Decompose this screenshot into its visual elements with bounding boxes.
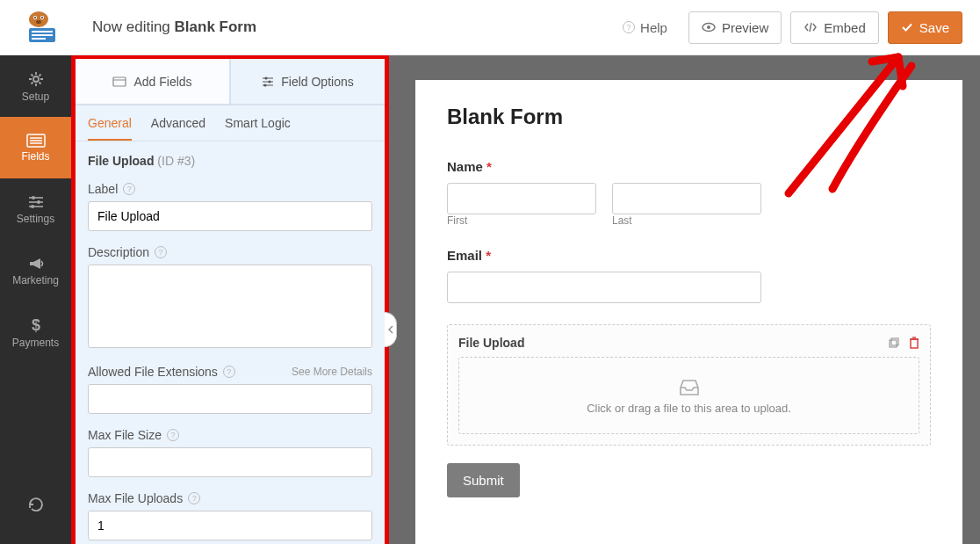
last-sublabel: Last — [612, 214, 761, 227]
extensions-input[interactable] — [88, 384, 372, 414]
preview-card: Blank Form Name * First Last Email * — [415, 80, 962, 544]
delete-icon[interactable] — [909, 337, 919, 349]
tab-label: Add Fields — [133, 75, 191, 89]
sliders-small-icon — [262, 76, 274, 88]
help-tooltip-icon[interactable]: ? — [155, 246, 167, 258]
nav-label: Settings — [17, 213, 54, 225]
tab-label: Field Options — [281, 75, 353, 89]
svg-point-27 — [265, 76, 268, 79]
nav-history[interactable] — [0, 474, 71, 535]
nav-marketing[interactable]: Marketing — [0, 240, 71, 301]
subtab-general[interactable]: General — [88, 116, 132, 141]
file-upload-field[interactable]: File Upload Click or drag a file to this… — [447, 324, 931, 446]
svg-point-11 — [707, 25, 710, 29]
nav-label: Payments — [12, 337, 59, 349]
preview-area: Blank Form Name * First Last Email * — [389, 55, 980, 544]
svg-point-4 — [41, 17, 43, 18]
max-uploads-label: Max File Uploads ? — [88, 491, 372, 505]
code-icon — [803, 21, 818, 33]
card-icon — [112, 76, 126, 87]
help-tooltip-icon[interactable]: ? — [188, 492, 200, 504]
email-field: Email * — [447, 248, 931, 303]
label-input[interactable] — [88, 201, 372, 231]
svg-rect-9 — [32, 38, 46, 40]
preview-label: Preview — [722, 20, 768, 35]
svg-rect-33 — [891, 338, 898, 345]
upload-dropzone[interactable]: Click or drag a file to this area to upl… — [458, 357, 919, 434]
svg-text:$: $ — [31, 316, 40, 334]
preview-button[interactable]: Preview — [688, 11, 782, 44]
help-label: Help — [640, 20, 667, 35]
options-panel: Add Fields Field Options General Advance… — [71, 55, 389, 544]
svg-point-18 — [32, 196, 35, 199]
description-input[interactable] — [88, 265, 372, 348]
extensions-label: Allowed File Extensions ? See More Detai… — [88, 365, 372, 379]
editing-title: Now editing Blank Form — [92, 18, 256, 36]
svg-point-29 — [269, 80, 271, 83]
last-name-input[interactable] — [612, 183, 761, 214]
svg-point-3 — [34, 17, 36, 18]
see-more-link[interactable]: See More Details — [292, 366, 372, 378]
max-size-input[interactable] — [88, 447, 372, 477]
top-actions: ? Help Preview Embed Save — [610, 11, 962, 44]
required-mark: * — [486, 159, 492, 174]
tab-add-fields[interactable]: Add Fields — [76, 59, 230, 105]
max-uploads-input[interactable] — [88, 511, 372, 540]
svg-rect-24 — [113, 77, 126, 86]
description-label: Description ? — [88, 245, 372, 259]
required-mark: * — [486, 248, 491, 263]
sidebar-nav: Setup Fields Settings Marketing $ Paymen… — [0, 55, 71, 544]
svg-point-22 — [31, 205, 34, 208]
nav-payments[interactable]: $ Payments — [0, 301, 71, 363]
email-label: Email * — [447, 248, 931, 263]
drop-text: Click or drag a file to this area to upl… — [587, 402, 791, 415]
panel-tabs: Add Fields Field Options — [76, 59, 385, 105]
help-tooltip-icon[interactable]: ? — [123, 183, 135, 195]
svg-rect-7 — [32, 31, 53, 33]
file-upload-label: File Upload — [458, 336, 524, 350]
list-icon — [26, 134, 46, 148]
bullhorn-icon — [27, 256, 45, 272]
subtab-smart-logic[interactable]: Smart Logic — [225, 116, 291, 141]
help-circle-icon: ? — [623, 21, 635, 33]
first-name-input[interactable] — [447, 183, 596, 214]
embed-label: Embed — [824, 20, 866, 35]
chevron-left-icon — [388, 325, 393, 334]
field-type: File Upload — [88, 154, 154, 168]
subtab-advanced[interactable]: Advanced — [151, 116, 205, 141]
svg-rect-34 — [911, 339, 918, 348]
inbox-icon — [678, 377, 701, 396]
save-label: Save — [919, 20, 949, 35]
submit-button[interactable]: Submit — [447, 463, 520, 497]
help-link[interactable]: ? Help — [610, 20, 680, 35]
nav-settings[interactable]: Settings — [0, 178, 71, 240]
check-icon — [901, 22, 913, 33]
dollar-icon: $ — [30, 316, 42, 334]
embed-button[interactable]: Embed — [790, 11, 879, 44]
label-label: Label ? — [88, 182, 372, 196]
subtabs: General Advanced Smart Logic — [76, 105, 385, 141]
nav-label: Setup — [22, 91, 49, 103]
help-tooltip-icon[interactable]: ? — [223, 366, 235, 378]
email-input[interactable] — [447, 272, 761, 303]
top-bar: Now editing Blank Form ? Help Preview Em… — [0, 0, 980, 55]
name-field: Name * First Last — [447, 159, 931, 227]
nav-label: Fields — [21, 150, 49, 163]
editing-prefix: Now editing — [92, 18, 175, 35]
field-id: (ID #3) — [157, 154, 195, 168]
preview-form-title: Blank Form — [447, 105, 931, 129]
nav-setup[interactable]: Setup — [0, 55, 71, 117]
options-content: File Upload (ID #3) Label ? Description … — [76, 141, 385, 544]
save-button[interactable]: Save — [888, 11, 962, 44]
name-label: Name * — [447, 159, 931, 174]
svg-rect-32 — [890, 340, 897, 347]
sliders-icon — [27, 194, 45, 210]
first-sublabel: First — [447, 214, 596, 227]
svg-point-0 — [29, 11, 48, 27]
help-tooltip-icon[interactable]: ? — [167, 429, 179, 441]
duplicate-icon[interactable] — [888, 337, 900, 349]
eye-icon — [702, 21, 716, 33]
tab-field-options[interactable]: Field Options — [230, 59, 385, 105]
svg-point-12 — [33, 76, 39, 82]
nav-fields[interactable]: Fields — [0, 117, 71, 178]
